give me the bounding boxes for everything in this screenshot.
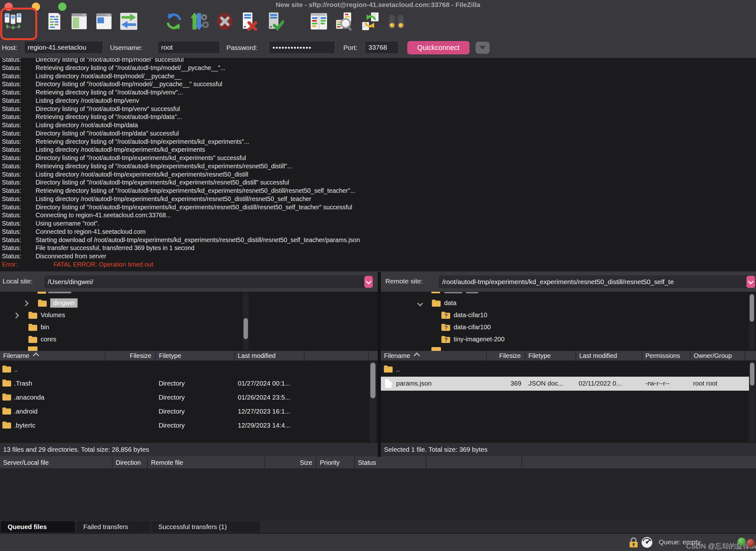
- tree-item-cores[interactable]: cores: [0, 334, 368, 346]
- local-site-dropdown-button[interactable]: [364, 276, 373, 288]
- transfer-queue-list[interactable]: [0, 468, 756, 520]
- cancel-operation-icon[interactable]: [215, 11, 235, 32]
- column-header-status[interactable]: Status: [355, 457, 427, 468]
- column-header-last-modified[interactable]: Last modified: [235, 351, 305, 361]
- folder-icon: [2, 379, 11, 389]
- folder-icon: [2, 421, 11, 431]
- column-header-filesize[interactable]: Filesize: [487, 351, 525, 361]
- remote-tree-scrollbar[interactable]: [749, 293, 755, 350]
- filetype-cell: Directory: [159, 422, 185, 429]
- username-input[interactable]: [158, 41, 220, 54]
- remote-file-list[interactable]: ..params.json369JSON doc...02/11/2022 0.…: [381, 361, 756, 443]
- tree-item-data-cifar100[interactable]: ?data-cifar100: [381, 321, 746, 334]
- tree-item-Volumes[interactable]: Volumes: [0, 309, 368, 321]
- process-queue-icon[interactable]: [189, 11, 209, 32]
- remote-site-bar: Remote site:: [381, 272, 756, 292]
- scrollbar-thumb[interactable]: [370, 363, 375, 398]
- local-site-path-input[interactable]: [44, 275, 374, 289]
- filename-cell: params.json: [396, 380, 432, 387]
- tab-successful-transfers-1-[interactable]: Successful transfers (1): [151, 521, 260, 533]
- file-row-.Trash[interactable]: .TrashDirectory01/27/2024 00:1...: [0, 377, 368, 391]
- remote-list-headers[interactable]: FilenameFilesizeFiletypeLast modifiedPer…: [381, 351, 756, 361]
- column-header-filename[interactable]: Filename: [381, 351, 487, 361]
- local-tree-toggle-icon[interactable]: [69, 11, 89, 32]
- log-line: Status:Connected to region-41.seetacloud…: [0, 228, 756, 236]
- port-input[interactable]: [365, 41, 399, 54]
- refresh-icon[interactable]: [164, 11, 184, 32]
- password-input[interactable]: [269, 41, 335, 54]
- remote-site-dropdown-button[interactable]: [746, 276, 755, 288]
- column-header-label: Filetype: [159, 352, 181, 360]
- column-header-size[interactable]: Size: [265, 457, 317, 468]
- scrollbar-thumb[interactable]: [750, 363, 754, 386]
- remote-directory-tree[interactable]: data?data-cifar10?data-cifar100?tiny-ima…: [381, 292, 756, 351]
- file-row-..[interactable]: ..: [0, 363, 368, 377]
- tree-item-label: cores: [41, 336, 56, 343]
- find-files-icon[interactable]: [334, 11, 354, 32]
- column-header-filetype[interactable]: Filetype: [525, 351, 576, 361]
- transfer-queue-tabs: Queued filesFailed transfersSuccessful t…: [0, 520, 756, 533]
- quickconnect-dropdown-button[interactable]: [476, 42, 490, 54]
- column-header-label: Status: [358, 459, 376, 466]
- log-line: Status:Retrieving directory listing of "…: [0, 88, 756, 97]
- transfer-queue-toggle-icon[interactable]: [119, 11, 139, 32]
- tree-item-data-cifar10[interactable]: ?data-cifar10: [381, 309, 746, 321]
- file-row-..[interactable]: ..: [381, 363, 749, 377]
- local-site-label: Local site:: [3, 278, 33, 285]
- directory-comparison-icon[interactable]: [309, 11, 329, 32]
- local-list-headers[interactable]: FilenameFilesizeFiletypeLast modified: [0, 351, 378, 361]
- column-header-priority[interactable]: Priority: [317, 457, 355, 468]
- disconnect-icon[interactable]: [238, 11, 258, 32]
- synchronized-browsing-icon[interactable]: [361, 11, 380, 32]
- column-header-filesize[interactable]: Filesize: [106, 351, 156, 361]
- tab-queued-files[interactable]: Queued files: [1, 521, 75, 533]
- column-header-filetype[interactable]: Filetype: [156, 351, 235, 361]
- disclosure-right-icon[interactable]: [13, 313, 19, 318]
- column-header-owner-group[interactable]: Owner/Group: [691, 351, 745, 361]
- tab-label: Successful transfers (1): [158, 523, 227, 531]
- bottom-status-bar: Queue: empty CSDN @忘却的旋律dw: [0, 533, 756, 551]
- dropdown-arrow-icon: [479, 46, 486, 50]
- remote-site-path-input[interactable]: [438, 275, 755, 289]
- filetype-cell: JSON doc...: [528, 380, 564, 387]
- pane-divider[interactable]: [378, 272, 381, 457]
- lock-icon[interactable]: [628, 537, 639, 550]
- tab-failed-transfers[interactable]: Failed transfers: [76, 521, 150, 533]
- file-row-params.json[interactable]: params.json369JSON doc...02/11/2022 0...…: [381, 377, 749, 391]
- local-list-scrollbar[interactable]: [369, 361, 376, 442]
- remote-list-scrollbar[interactable]: [749, 361, 755, 442]
- filetype-cell: Directory: [159, 408, 185, 415]
- local-file-list[interactable]: ...TrashDirectory01/27/2024 00:1....anac…: [0, 361, 378, 443]
- column-header-filename[interactable]: Filename: [0, 351, 106, 361]
- tree-item-data[interactable]: data: [381, 297, 746, 309]
- column-header-remote-file[interactable]: Remote file: [148, 457, 265, 468]
- speed-gauge-icon[interactable]: [641, 536, 653, 550]
- file-row-.bytertc[interactable]: .bytertcDirectory12/29/2023 14:4...: [0, 419, 368, 433]
- tree-item-dingwei[interactable]: dingwei: [0, 297, 368, 309]
- file-row-.android[interactable]: .androidDirectory12/27/2023 16:1...: [0, 405, 368, 419]
- disclosure-right-icon[interactable]: [23, 300, 28, 306]
- quickconnect-button[interactable]: Quickconnect: [407, 41, 470, 54]
- filter-binoculars-icon[interactable]: [387, 11, 406, 32]
- log-line: Status:Disconnected from server: [0, 252, 756, 260]
- reconnect-icon[interactable]: [265, 11, 284, 32]
- message-log[interactable]: Status:Directory listing of "/root/autod…: [0, 58, 756, 271]
- scrollbar-thumb[interactable]: [750, 294, 754, 322]
- column-header-permissions[interactable]: Permissions: [642, 351, 691, 361]
- local-directory-tree[interactable]: dingweiVolumesbincores: [0, 292, 378, 351]
- column-header-direction[interactable]: Direction: [113, 457, 148, 468]
- tree-item-tiny-imagenet-200[interactable]: ?tiny-imagenet-200: [381, 334, 746, 346]
- disclosure-down-icon[interactable]: [417, 300, 423, 306]
- file-row-.anaconda[interactable]: .anacondaDirectory01/26/2024 23:5...: [0, 391, 368, 405]
- remote-tree-toggle-icon[interactable]: [94, 11, 114, 32]
- svg-text:?: ?: [444, 337, 448, 343]
- column-header-label: Server/Local file: [3, 459, 49, 466]
- message-log-toggle-icon[interactable]: [45, 11, 64, 32]
- column-header-last-modified[interactable]: Last modified: [576, 351, 642, 361]
- column-header-server-local-file[interactable]: Server/Local file: [0, 457, 113, 468]
- host-input[interactable]: [24, 41, 103, 54]
- tab-label: Queued files: [8, 523, 47, 531]
- tree-item-bin[interactable]: bin: [0, 321, 368, 334]
- column-header-label: Remote file: [151, 459, 183, 466]
- transfer-queue-headers[interactable]: Server/Local fileDirectionRemote fileSiz…: [0, 457, 756, 468]
